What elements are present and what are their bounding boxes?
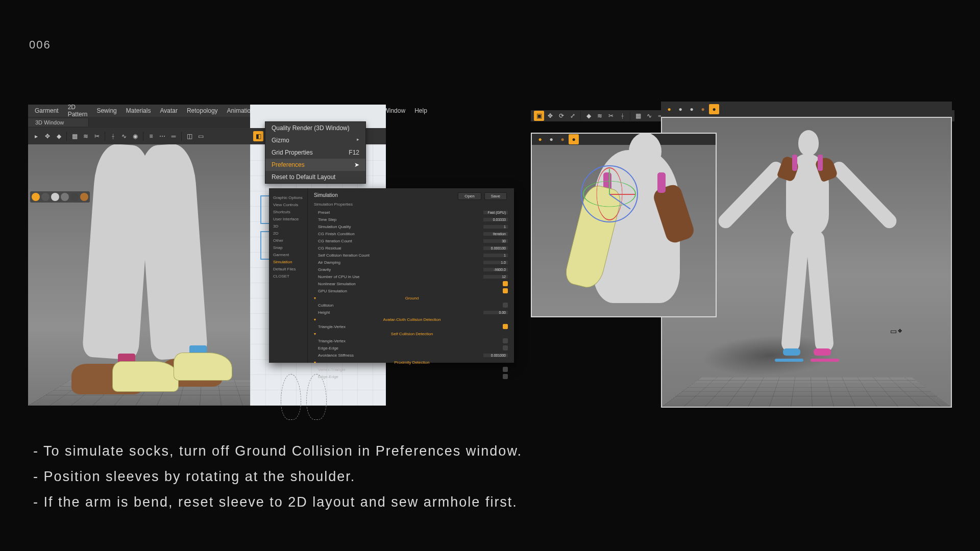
chip-shade-icon[interactable]: ● [675, 104, 685, 114]
menu-2dpattern[interactable]: 2D Pattern [63, 104, 92, 118]
open-button[interactable]: Open [458, 192, 481, 200]
tool-select-icon[interactable]: ▸ [31, 131, 41, 141]
gizmo-axis-x-icon[interactable] [609, 194, 635, 195]
prefs-side-item[interactable]: Other [273, 238, 303, 243]
chip-surface-icon[interactable] [51, 193, 59, 201]
sock-cuff-blue[interactable] [783, 348, 800, 356]
sock-outline-left[interactable] [775, 359, 803, 362]
prefs-group-avatarcloth[interactable]: Avatar-Cloth Collision Detection [314, 316, 508, 323]
tool-smooth-icon[interactable]: ∿ [644, 111, 654, 121]
prefs-side-item[interactable]: 2D [273, 231, 303, 236]
save-button[interactable]: Save [484, 192, 507, 200]
menu-item-gizmo[interactable]: Gizmo [265, 134, 365, 146]
prefs-row-cgresidual[interactable]: CG Residual0.000100 [314, 244, 508, 252]
prefs-group-selfcoll[interactable]: Self Collision Detection [314, 330, 508, 337]
chip-wire-icon[interactable] [70, 193, 79, 201]
strap-left[interactable] [792, 155, 797, 171]
prefs-row-cgfinish[interactable]: CG Finish ConditionIteration [314, 230, 508, 237]
tool-select-icon[interactable]: ▣ [534, 111, 544, 121]
prefs-side-item[interactable]: Graphic Options [273, 195, 303, 200]
prefs-row-cgiter[interactable]: CG Iteration Count30 [314, 237, 508, 244]
menu-item-grid-properties[interactable]: Grid Properties F12 [265, 146, 365, 159]
chip-avatar-icon[interactable]: ● [535, 134, 545, 144]
rotate-gizmo[interactable] [579, 163, 640, 224]
tool-topstitch-icon[interactable]: ═ [168, 131, 179, 141]
prefs-row-ground-collision[interactable]: Collision [314, 302, 508, 309]
tool-move-icon[interactable]: ✥ [545, 111, 555, 121]
preferences-dialog[interactable]: Graphic Options View Controls Shortcuts … [269, 188, 514, 363]
sock-pattern-a[interactable] [112, 361, 179, 392]
strap-right[interactable] [818, 155, 823, 171]
menu-settings-dropdown[interactable]: Quality Render (3D Window) Gizmo Grid Pr… [265, 121, 366, 184]
tool-scale-icon[interactable]: ⤢ [568, 111, 578, 121]
chip-shade-icon[interactable] [41, 193, 50, 201]
menu-item-quality-render[interactable]: Quality Render (3D Window) [265, 122, 365, 134]
chip-avatar-icon[interactable]: ● [664, 104, 674, 114]
prefs-side-item[interactable]: Garment [273, 253, 303, 257]
tool-cut-icon[interactable]: ✂ [92, 131, 102, 141]
pattern-piece-sole-a[interactable] [281, 374, 301, 420]
tool-trace-icon[interactable]: ◫ [184, 131, 194, 141]
menu-sewing[interactable]: Sewing [92, 107, 121, 114]
tab-3d-window[interactable]: 3D Window [28, 118, 89, 127]
tool-edit-pattern-icon[interactable]: ◧ [253, 131, 263, 141]
prefs-group-ground[interactable]: Ground [314, 294, 508, 302]
tool-move-icon[interactable]: ✥ [42, 131, 53, 141]
tool-measure-icon[interactable]: ⟊ [108, 131, 118, 141]
tool-rotate-icon[interactable]: ⟳ [556, 111, 567, 121]
prefs-side-item[interactable]: Snap [273, 245, 303, 250]
prefs-side-item[interactable]: Shortcuts [273, 210, 303, 214]
sock-cuff-pink[interactable] [814, 348, 831, 356]
prefs-row-ground-height[interactable]: Height0.00 [314, 309, 508, 316]
menu-garment[interactable]: Garment [30, 107, 63, 114]
prefs-row-gravity[interactable]: Gravity-9800.0 [314, 266, 508, 273]
menu-help[interactable]: Help [410, 107, 432, 114]
prefs-side-item[interactable]: Default Files [273, 267, 303, 271]
prefs-row-avcloth-tv[interactable]: Triangle-Vertex [314, 323, 508, 330]
tool-cut-icon[interactable]: ✂ [606, 111, 616, 121]
prefs-row-timestep[interactable]: Time Step0.03333 [314, 216, 508, 223]
tool-tape-icon[interactable]: ∿ [119, 131, 129, 141]
tool-button-icon[interactable]: ◉ [130, 131, 140, 141]
prefs-side-item[interactable]: 3D [273, 224, 303, 229]
tool-stitch-icon[interactable]: ⋯ [157, 131, 167, 141]
chip-skin-icon[interactable]: ● [557, 134, 568, 144]
strap-right[interactable] [657, 172, 666, 193]
pattern-piece-sole-b[interactable] [306, 374, 327, 420]
menu-avatar[interactable]: Avatar [155, 107, 182, 114]
prefs-row-selfcoll[interactable]: Self Collision Iteration Count1 [314, 252, 508, 259]
menu-materials[interactable]: Materials [121, 107, 156, 114]
avatar-display-chips[interactable] [30, 191, 90, 203]
chip-texture-icon[interactable] [61, 193, 69, 201]
prefs-row-simquality[interactable]: Simulation Quality1 [314, 223, 508, 230]
prefs-row-airdamp[interactable]: Air Damping1.0 [314, 259, 508, 266]
prefs-row-prox-ee[interactable]: Edge-Edge [314, 373, 508, 380]
prefs-row-self-stiff[interactable]: Avoidance Stiffness0.001000 [314, 352, 508, 359]
chip-avatar-icon[interactable] [32, 193, 40, 201]
tool-mesh-icon[interactable]: ▦ [633, 111, 643, 121]
tool-measure-icon[interactable]: ⟊ [617, 111, 627, 121]
tool-mesh-icon[interactable]: ▦ [69, 131, 80, 141]
menu-retopology[interactable]: Retopology [182, 107, 223, 114]
prefs-row-prox-vt[interactable]: Vertex-Triangle [314, 366, 508, 373]
prefs-row-preset[interactable]: PresetFast (GPU) [314, 209, 508, 216]
prefs-row-self-ee[interactable]: Edge-Edge [314, 344, 508, 352]
prefs-row-self-tv[interactable]: Triangle-Vertex [314, 337, 508, 344]
chip-hilight-icon[interactable]: ● [709, 104, 719, 114]
prefs-row-nonlinear[interactable]: Nonlinear Simulation [314, 280, 508, 287]
tool-pin-icon[interactable]: ◆ [54, 131, 64, 141]
menu-item-preferences[interactable]: Preferences ➤ [265, 159, 365, 171]
prefs-side-item[interactable]: User Interface [273, 217, 303, 221]
chip-surface-icon[interactable]: ● [687, 104, 697, 114]
menu-item-reset-layout[interactable]: Reset to Default Layout [265, 171, 365, 183]
prefs-group-proximity[interactable]: Proximity Detection [314, 359, 508, 366]
gizmo-axis-y-icon[interactable] [609, 169, 610, 194]
viewport-3d-shoulder-closeup[interactable]: ● ● ● ● [531, 133, 717, 317]
tool-pin-icon[interactable]: ◆ [583, 111, 594, 121]
prefs-row-gpu[interactable]: GPU Simulation [314, 287, 508, 294]
prefs-row-cpus[interactable]: Number of CPU in Use12 [314, 273, 508, 280]
prefs-side-item[interactable]: CLOSET [273, 274, 303, 279]
prefs-sidebar[interactable]: Graphic Options View Controls Shortcuts … [269, 188, 308, 363]
chip-skin-icon[interactable] [80, 193, 88, 201]
tool-seam-icon[interactable]: ≋ [595, 111, 605, 121]
